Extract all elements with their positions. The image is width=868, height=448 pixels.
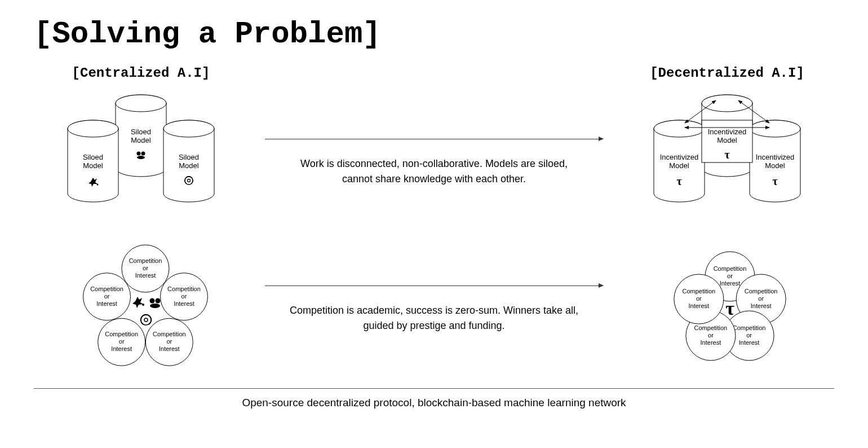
svg-text:τ: τ — [725, 298, 734, 319]
svg-point-60 — [144, 318, 148, 322]
svg-text:or: or — [696, 295, 702, 302]
svg-text:Competition: Competition — [153, 331, 186, 337]
svg-text:Interest: Interest — [174, 300, 194, 307]
diagram-centralized-competition: CompetitionorInterestCompetitionorIntere… — [34, 236, 248, 383]
svg-point-11 — [97, 184, 99, 186]
svg-text:Competition: Competition — [694, 324, 728, 331]
footer-text: Open-source decentralized protocol, bloc… — [34, 388, 834, 409]
svg-point-1 — [116, 95, 166, 112]
svg-text:Competition: Competition — [733, 324, 766, 331]
description-row2: Competition is academic, success is zero… — [287, 303, 581, 333]
page-title: [Solving a Problem] — [34, 17, 834, 51]
svg-text:Interest: Interest — [701, 339, 721, 346]
svg-text:Competition: Competition — [167, 286, 201, 292]
svg-point-6 — [137, 156, 145, 159]
svg-text:Model: Model — [669, 161, 689, 170]
svg-text:Competition: Competition — [105, 331, 138, 337]
svg-text:Incentivized: Incentivized — [708, 128, 747, 136]
svg-text:Model: Model — [765, 161, 785, 170]
svg-point-8 — [68, 120, 118, 137]
svg-text:or: or — [143, 265, 148, 271]
diagram-decentralized-competition: CompetitionorInterestCompetitionorIntere… — [620, 236, 834, 383]
svg-text:Interest: Interest — [751, 302, 772, 309]
svg-point-56 — [142, 304, 144, 306]
svg-text:or: or — [708, 332, 714, 339]
svg-point-5 — [141, 152, 145, 156]
svg-text:or: or — [746, 332, 752, 339]
svg-point-25 — [750, 120, 800, 137]
svg-text:τ: τ — [772, 175, 777, 187]
heading-centralized: [Centralized A.I] — [72, 65, 210, 81]
svg-text:Model: Model — [179, 161, 199, 170]
svg-text:Competition: Competition — [745, 288, 778, 295]
svg-text:Competition: Competition — [129, 257, 162, 264]
svg-point-4 — [137, 152, 141, 156]
arrow-row2 — [265, 286, 603, 286]
svg-point-58 — [156, 298, 161, 304]
svg-text:τ: τ — [676, 175, 681, 187]
heading-decentralized: [Decentralized A.I] — [650, 65, 804, 81]
svg-text:Interest: Interest — [96, 300, 117, 307]
svg-text:Siloed: Siloed — [131, 128, 151, 136]
svg-text:Interest: Interest — [135, 272, 156, 279]
svg-text:or: or — [104, 293, 110, 300]
svg-point-57 — [150, 298, 155, 304]
description-row1: Work is disconnected, non-collaborative.… — [287, 156, 581, 187]
svg-text:Interest: Interest — [688, 302, 709, 309]
svg-point-13 — [163, 120, 214, 137]
arrow-row1 — [265, 139, 603, 139]
diagram-centralized-silos: Siloed Model Siloed Model — [34, 89, 248, 236]
svg-point-18 — [702, 95, 752, 112]
diagram-decentralized-incentivized: Incentivized Model τ Incentivized Model … — [620, 89, 834, 236]
svg-text:Model: Model — [131, 136, 151, 144]
svg-text:or: or — [758, 295, 764, 302]
svg-text:Competition: Competition — [90, 286, 123, 292]
svg-text:Interest: Interest — [111, 345, 132, 352]
svg-text:Siloed: Siloed — [179, 153, 199, 161]
svg-text:Competition: Competition — [682, 288, 715, 295]
svg-text:Incentivized: Incentivized — [660, 153, 699, 161]
svg-text:or: or — [166, 338, 172, 345]
svg-point-59 — [150, 304, 160, 308]
svg-text:or: or — [727, 273, 733, 279]
svg-text:or: or — [181, 293, 187, 300]
svg-point-20 — [654, 120, 705, 137]
svg-text:Siloed: Siloed — [83, 153, 103, 161]
svg-text:Model: Model — [717, 136, 737, 144]
svg-text:Incentivized: Incentivized — [756, 153, 795, 161]
svg-text:Interest: Interest — [159, 345, 180, 352]
svg-text:or: or — [119, 338, 125, 345]
svg-text:Competition: Competition — [714, 265, 747, 272]
svg-text:Interest: Interest — [739, 339, 760, 346]
svg-text:Model: Model — [83, 161, 103, 170]
svg-text:τ: τ — [724, 148, 729, 161]
svg-text:Interest: Interest — [720, 280, 741, 287]
